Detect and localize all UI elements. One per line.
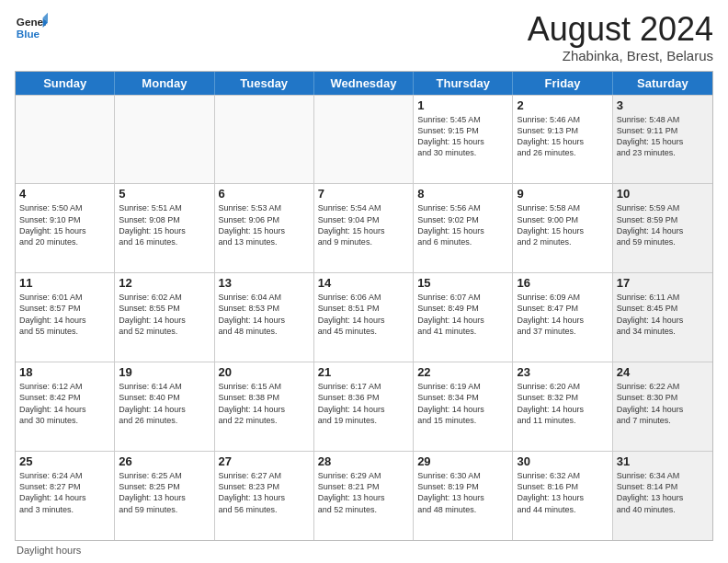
title-block: August 2024 Zhabinka, Brest, Belarus bbox=[528, 11, 713, 63]
cal-cell-22: 22Sunrise: 6:19 AM Sunset: 8:34 PM Dayli… bbox=[414, 362, 513, 451]
cal-cell-11: 11Sunrise: 6:01 AM Sunset: 8:57 PM Dayli… bbox=[16, 273, 115, 362]
cal-cell-empty bbox=[314, 96, 414, 184]
cell-text: Sunrise: 5:53 AM Sunset: 9:06 PM Dayligh… bbox=[219, 202, 310, 247]
cell-text: Sunrise: 6:30 AM Sunset: 8:19 PM Dayligh… bbox=[417, 470, 508, 515]
cell-text: Sunrise: 5:58 AM Sunset: 9:00 PM Dayligh… bbox=[517, 202, 608, 247]
cal-cell-9: 9Sunrise: 5:58 AM Sunset: 9:00 PM Daylig… bbox=[513, 184, 612, 272]
day-number: 15 bbox=[417, 276, 508, 290]
cell-text: Sunrise: 6:04 AM Sunset: 8:53 PM Dayligh… bbox=[219, 292, 310, 337]
cal-cell-23: 23Sunrise: 6:20 AM Sunset: 8:32 PM Dayli… bbox=[513, 362, 612, 451]
calendar-body: 1Sunrise: 5:45 AM Sunset: 9:15 PM Daylig… bbox=[16, 95, 712, 540]
cal-cell-24: 24Sunrise: 6:22 AM Sunset: 8:30 PM Dayli… bbox=[613, 362, 712, 451]
cal-cell-empty bbox=[16, 96, 115, 184]
cell-text: Sunrise: 6:24 AM Sunset: 8:27 PM Dayligh… bbox=[19, 470, 110, 515]
cal-cell-empty bbox=[115, 96, 214, 184]
main-title: August 2024 bbox=[528, 11, 713, 48]
cal-cell-14: 14Sunrise: 6:06 AM Sunset: 8:51 PM Dayli… bbox=[314, 273, 414, 362]
header-cell-saturday: Saturday bbox=[613, 72, 712, 95]
cal-cell-16: 16Sunrise: 6:09 AM Sunset: 8:47 PM Dayli… bbox=[513, 273, 612, 362]
cal-row-2: 11Sunrise: 6:01 AM Sunset: 8:57 PM Dayli… bbox=[16, 272, 712, 362]
cal-row-3: 18Sunrise: 6:12 AM Sunset: 8:42 PM Dayli… bbox=[16, 362, 712, 451]
logo-icon: General Blue bbox=[15, 11, 48, 44]
cell-text: Sunrise: 6:15 AM Sunset: 8:38 PM Dayligh… bbox=[219, 381, 310, 426]
day-number: 28 bbox=[318, 454, 409, 468]
day-number: 3 bbox=[617, 98, 709, 112]
cell-text: Sunrise: 6:27 AM Sunset: 8:23 PM Dayligh… bbox=[219, 470, 310, 515]
cal-cell-5: 5Sunrise: 5:51 AM Sunset: 9:08 PM Daylig… bbox=[115, 184, 214, 272]
day-number: 13 bbox=[219, 276, 310, 290]
cal-cell-10: 10Sunrise: 5:59 AM Sunset: 8:59 PM Dayli… bbox=[613, 184, 712, 272]
cal-cell-18: 18Sunrise: 6:12 AM Sunset: 8:42 PM Dayli… bbox=[16, 362, 115, 451]
cell-text: Sunrise: 5:50 AM Sunset: 9:10 PM Dayligh… bbox=[19, 202, 110, 247]
cell-text: Sunrise: 6:17 AM Sunset: 8:36 PM Dayligh… bbox=[318, 381, 409, 426]
day-number: 8 bbox=[417, 187, 508, 201]
day-number: 11 bbox=[19, 276, 110, 290]
day-number: 1 bbox=[417, 98, 508, 112]
cell-text: Sunrise: 6:25 AM Sunset: 8:25 PM Dayligh… bbox=[119, 470, 210, 515]
day-number: 10 bbox=[617, 187, 709, 201]
cell-text: Sunrise: 6:09 AM Sunset: 8:47 PM Dayligh… bbox=[517, 292, 608, 337]
day-number: 26 bbox=[119, 454, 210, 468]
cal-cell-20: 20Sunrise: 6:15 AM Sunset: 8:38 PM Dayli… bbox=[215, 362, 314, 451]
cal-cell-27: 27Sunrise: 6:27 AM Sunset: 8:23 PM Dayli… bbox=[215, 452, 314, 540]
cell-text: Sunrise: 6:22 AM Sunset: 8:30 PM Dayligh… bbox=[617, 381, 709, 426]
day-number: 12 bbox=[119, 276, 210, 290]
day-number: 9 bbox=[517, 187, 608, 201]
cell-text: Sunrise: 5:54 AM Sunset: 9:04 PM Dayligh… bbox=[318, 202, 409, 247]
cal-cell-8: 8Sunrise: 5:56 AM Sunset: 9:02 PM Daylig… bbox=[414, 184, 513, 272]
cal-cell-29: 29Sunrise: 6:30 AM Sunset: 8:19 PM Dayli… bbox=[414, 452, 513, 540]
day-number: 22 bbox=[417, 365, 508, 379]
cell-text: Sunrise: 6:11 AM Sunset: 8:45 PM Dayligh… bbox=[617, 292, 709, 337]
header-cell-wednesday: Wednesday bbox=[314, 72, 414, 95]
cal-cell-12: 12Sunrise: 6:02 AM Sunset: 8:55 PM Dayli… bbox=[115, 273, 214, 362]
cal-cell-empty bbox=[215, 96, 314, 184]
cell-text: Sunrise: 6:19 AM Sunset: 8:34 PM Dayligh… bbox=[417, 381, 508, 426]
cell-text: Sunrise: 6:32 AM Sunset: 8:16 PM Dayligh… bbox=[517, 470, 608, 515]
logo: General Blue bbox=[15, 11, 48, 44]
day-number: 7 bbox=[318, 187, 409, 201]
cal-cell-15: 15Sunrise: 6:07 AM Sunset: 8:49 PM Dayli… bbox=[414, 273, 513, 362]
page: General Blue August 2024 Zhabinka, Brest… bbox=[0, 0, 728, 563]
cell-text: Sunrise: 5:45 AM Sunset: 9:15 PM Dayligh… bbox=[417, 114, 508, 159]
day-number: 6 bbox=[219, 187, 310, 201]
cal-cell-30: 30Sunrise: 6:32 AM Sunset: 8:16 PM Dayli… bbox=[513, 452, 612, 540]
day-number: 18 bbox=[19, 365, 110, 379]
day-number: 17 bbox=[617, 276, 709, 290]
day-number: 20 bbox=[219, 365, 310, 379]
cell-text: Sunrise: 6:02 AM Sunset: 8:55 PM Dayligh… bbox=[119, 292, 210, 337]
cell-text: Sunrise: 6:20 AM Sunset: 8:32 PM Dayligh… bbox=[517, 381, 608, 426]
header-cell-thursday: Thursday bbox=[414, 72, 513, 95]
cal-cell-13: 13Sunrise: 6:04 AM Sunset: 8:53 PM Dayli… bbox=[215, 273, 314, 362]
calendar-header: SundayMondayTuesdayWednesdayThursdayFrid… bbox=[16, 72, 712, 95]
header-cell-friday: Friday bbox=[513, 72, 612, 95]
cal-row-0: 1Sunrise: 5:45 AM Sunset: 9:15 PM Daylig… bbox=[16, 95, 712, 184]
cell-text: Sunrise: 6:12 AM Sunset: 8:42 PM Dayligh… bbox=[19, 381, 110, 426]
day-number: 27 bbox=[219, 454, 310, 468]
day-number: 24 bbox=[617, 365, 709, 379]
cal-cell-21: 21Sunrise: 6:17 AM Sunset: 8:36 PM Dayli… bbox=[314, 362, 414, 451]
cal-cell-6: 6Sunrise: 5:53 AM Sunset: 9:06 PM Daylig… bbox=[215, 184, 314, 272]
cell-text: Sunrise: 6:06 AM Sunset: 8:51 PM Dayligh… bbox=[318, 292, 409, 337]
subtitle: Zhabinka, Brest, Belarus bbox=[528, 48, 713, 63]
cal-cell-4: 4Sunrise: 5:50 AM Sunset: 9:10 PM Daylig… bbox=[16, 184, 115, 272]
cal-cell-28: 28Sunrise: 6:29 AM Sunset: 8:21 PM Dayli… bbox=[314, 452, 414, 540]
cal-cell-17: 17Sunrise: 6:11 AM Sunset: 8:45 PM Dayli… bbox=[613, 273, 712, 362]
header-cell-sunday: Sunday bbox=[16, 72, 115, 95]
cell-text: Sunrise: 5:59 AM Sunset: 8:59 PM Dayligh… bbox=[617, 202, 709, 247]
footnote: Daylight hours bbox=[15, 545, 713, 556]
cal-row-4: 25Sunrise: 6:24 AM Sunset: 8:27 PM Dayli… bbox=[16, 451, 712, 540]
cell-text: Sunrise: 6:14 AM Sunset: 8:40 PM Dayligh… bbox=[119, 381, 210, 426]
cal-cell-7: 7Sunrise: 5:54 AM Sunset: 9:04 PM Daylig… bbox=[314, 184, 414, 272]
cal-cell-26: 26Sunrise: 6:25 AM Sunset: 8:25 PM Dayli… bbox=[115, 452, 214, 540]
cal-cell-19: 19Sunrise: 6:14 AM Sunset: 8:40 PM Dayli… bbox=[115, 362, 214, 451]
svg-text:Blue: Blue bbox=[17, 28, 40, 40]
day-number: 21 bbox=[318, 365, 409, 379]
cal-cell-31: 31Sunrise: 6:34 AM Sunset: 8:14 PM Dayli… bbox=[613, 452, 712, 540]
day-number: 31 bbox=[617, 454, 709, 468]
header-cell-tuesday: Tuesday bbox=[215, 72, 314, 95]
day-number: 25 bbox=[19, 454, 110, 468]
day-number: 23 bbox=[517, 365, 608, 379]
cal-cell-3: 3Sunrise: 5:48 AM Sunset: 9:11 PM Daylig… bbox=[613, 96, 712, 184]
cell-text: Sunrise: 6:01 AM Sunset: 8:57 PM Dayligh… bbox=[19, 292, 110, 337]
day-number: 2 bbox=[517, 98, 608, 112]
